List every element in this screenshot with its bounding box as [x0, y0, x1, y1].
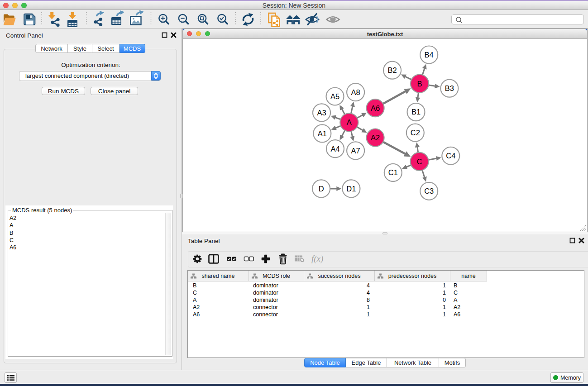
svg-text:A8: A8 — [351, 88, 360, 96]
svg-text:A2: A2 — [371, 133, 380, 142]
svg-text:C4: C4 — [446, 152, 455, 160]
svg-text:A4: A4 — [330, 145, 339, 153]
svg-text:B4: B4 — [425, 51, 434, 59]
svg-text:B: B — [417, 80, 422, 88]
svg-text:f(x): f(x) — [311, 254, 323, 264]
svg-text:C1: C1 — [388, 168, 398, 176]
svg-text:A7: A7 — [351, 147, 360, 155]
svg-text:A5: A5 — [330, 92, 339, 100]
svg-text:D: D — [319, 185, 324, 193]
svg-text:C3: C3 — [424, 187, 434, 195]
svg-text:B3: B3 — [445, 84, 454, 92]
svg-text:A6: A6 — [371, 104, 380, 112]
svg-text:D1: D1 — [346, 185, 356, 193]
svg-text:B1: B1 — [411, 108, 421, 116]
svg-text:A3: A3 — [317, 109, 326, 117]
svg-text:C: C — [417, 157, 422, 166]
svg-text:A: A — [347, 118, 352, 126]
svg-text:B2: B2 — [388, 66, 397, 74]
svg-text:C2: C2 — [411, 129, 420, 137]
svg-text:A1: A1 — [318, 129, 327, 138]
